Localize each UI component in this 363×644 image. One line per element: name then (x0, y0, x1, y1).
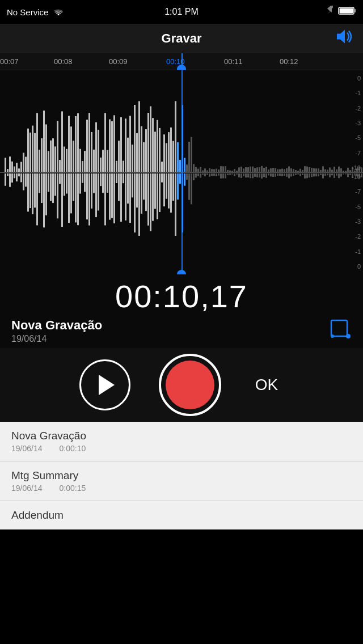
recording-item-2[interactable]: Addendum (0, 501, 363, 529)
recording-date-1: 19/06/14 (11, 484, 43, 493)
page-title: Gravar (162, 31, 202, 46)
recording-item-meta-0: 19/06/14 0:00:10 (11, 444, 352, 453)
time-display-area: 00:10,17 Nova Gravação 19/06/14 (0, 274, 363, 348)
svg-rect-2 (354, 9, 356, 12)
timeline-label-1: 00:08 (54, 57, 73, 66)
svg-marker-3 (337, 30, 345, 44)
recording-item-name-0: Nova Gravação (11, 430, 352, 442)
recording-item-name-2: Addendum (11, 509, 352, 522)
timeline: 00:07 00:08 00:09 00:10 00:11 00:12 (0, 53, 363, 70)
svg-point-5 (346, 334, 351, 338)
recording-item-1[interactable]: Mtg Summary 19/06/14 0:00:15 (0, 461, 363, 501)
timeline-label-0: 00:07 (0, 57, 19, 66)
svg-rect-4 (331, 320, 347, 336)
play-button[interactable] (79, 359, 130, 410)
recording-item-meta-1: 19/06/14 0:00:15 (11, 484, 352, 493)
waveform-area: 0-1-2-3-5-7-10 -10-7-5-3-2-10 (0, 70, 363, 274)
status-time: 1:01 PM (164, 7, 199, 16)
header: Gravar (0, 24, 363, 53)
recording-item-0[interactable]: Nova Gravação 19/06/14 0:00:10 (0, 422, 363, 461)
svg-rect-1 (340, 9, 353, 14)
playhead-dot-top (177, 65, 186, 70)
volume-icon[interactable] (335, 29, 353, 49)
playhead-vertical (182, 70, 183, 274)
record-inner (166, 361, 214, 409)
recording-date: 19/06/14 (11, 334, 102, 344)
record-button[interactable] (159, 354, 221, 416)
recording-info: Nova Gravação 19/06/14 (11, 318, 352, 345)
db-labels-top: 0-1-2-3-5-7-10 (345, 75, 363, 171)
recording-item-name-1: Mtg Summary (11, 469, 352, 482)
recordings-list: Nova Gravação 19/06/14 0:00:10 Mtg Summa… (0, 422, 363, 529)
play-triangle-icon (99, 375, 115, 395)
status-bar: No Service 1:01 PM (0, 0, 363, 24)
recording-date-0: 19/06/14 (11, 444, 43, 453)
controls: OK (0, 348, 363, 422)
db-labels-bottom: -10-7-5-3-2-10 (345, 173, 363, 270)
recording-name: Nova Gravação (11, 318, 102, 333)
timeline-label-4: 00:11 (224, 57, 243, 66)
bluetooth-icon (327, 6, 335, 18)
carrier-text: No Service (7, 7, 48, 17)
recording-duration-1: 0:00:15 (60, 484, 86, 493)
ok-button[interactable]: OK (250, 370, 284, 400)
time-display: 00:10,17 (11, 278, 352, 315)
trim-icon[interactable] (329, 318, 352, 345)
timeline-label-2: 00:09 (109, 57, 128, 66)
battery-icon (338, 6, 356, 18)
recording-duration-0: 0:00:10 (60, 444, 86, 453)
timeline-label-5: 00:12 (280, 57, 298, 66)
svg-point-6 (331, 334, 334, 338)
wifi-icon (53, 7, 64, 17)
